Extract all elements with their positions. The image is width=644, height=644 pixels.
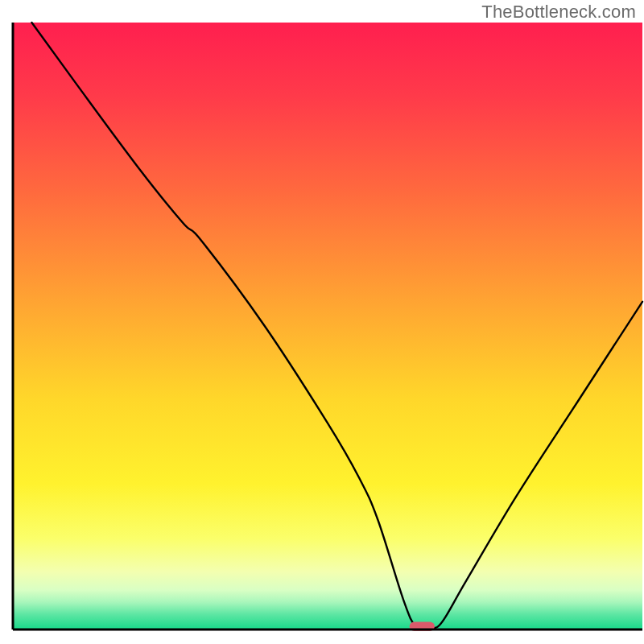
bottleneck-plot	[0, 0, 644, 644]
chart-container: TheBottleneck.com	[0, 0, 644, 644]
watermark-text: TheBottleneck.com	[481, 2, 636, 23]
gradient-background	[13, 23, 642, 630]
